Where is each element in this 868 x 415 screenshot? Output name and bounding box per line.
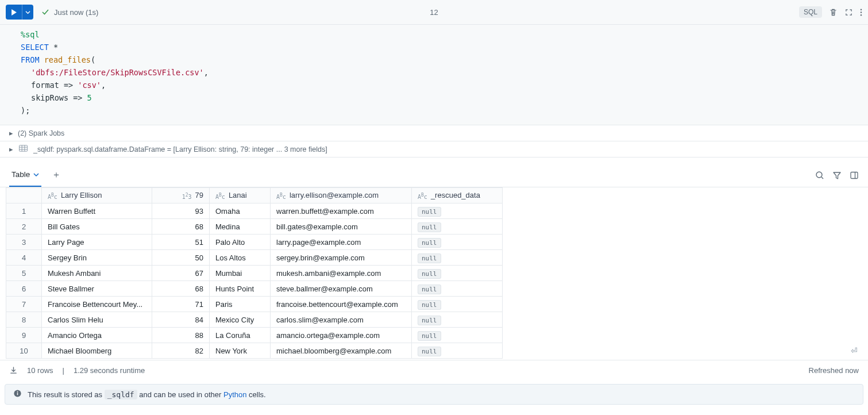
search-icon[interactable] [815, 171, 824, 180]
run-status: Just now (1s) [41, 8, 98, 17]
cell-rescued: null [412, 266, 503, 281]
code-token: ); [21, 106, 30, 115]
cell-name: Steve Ballmer [42, 281, 152, 297]
code-token: ( [91, 55, 95, 64]
row-number: 9 [6, 328, 42, 343]
refreshed-text: Refreshed now [809, 366, 859, 375]
row-number: 4 [6, 250, 42, 266]
add-tab-button[interactable]: ＋ [52, 169, 61, 181]
table-row[interactable]: 9Amancio Ortega88La Coruñaamancio.ortega… [6, 328, 503, 343]
status-text: Just now (1s) [54, 8, 98, 17]
python-link[interactable]: Python [223, 390, 246, 399]
code-token: 'csv' [78, 80, 101, 90]
cell-city: New York [210, 343, 271, 359]
cell-age: 51 [152, 235, 210, 250]
string-type-icon: ABc [48, 194, 57, 200]
sqldf-text: _sqldf: pyspark.sql.dataframe.DataFrame … [33, 145, 327, 153]
runtime-text: 1.29 seconds runtime [74, 366, 145, 375]
cell-email: sergey.brin@example.com [271, 250, 412, 266]
rownum-header[interactable] [6, 188, 42, 203]
row-number: 8 [6, 312, 42, 328]
chevron-down-icon [33, 172, 39, 178]
cell-city: Hunts Point [210, 281, 271, 297]
row-number: 5 [6, 266, 42, 281]
table-row[interactable]: 3Larry Page51Palo Altolarry.page@example… [6, 235, 503, 250]
play-icon [6, 9, 22, 16]
code-editor[interactable]: %sql SELECT * FROM read_files( 'dbfs:/Fi… [0, 25, 868, 125]
row-count: 10 rows [27, 366, 53, 375]
table-row[interactable]: 6Steve Ballmer68Hunts Pointsteve.ballmer… [6, 281, 503, 297]
check-icon [41, 8, 49, 16]
spark-jobs-text: (2) Spark Jobs [18, 129, 64, 137]
cell-rescued: null [412, 281, 503, 297]
svg-point-2 [861, 14, 862, 15]
code-token: SELECT [21, 43, 49, 52]
info-icon [13, 389, 22, 399]
table-icon [19, 145, 28, 153]
cell-city: Mexico City [210, 312, 271, 328]
info-bar: This result is stored as _sqldf and can … [5, 384, 863, 405]
cell-city: Omaha [210, 203, 271, 219]
col-header-name[interactable]: ABcLarry Ellison [42, 188, 152, 203]
cell-name: Carlos Slim Helu [42, 312, 152, 328]
code-token: , [101, 80, 106, 90]
table-row[interactable]: 2Bill Gates68Medinabill.gates@example.co… [6, 219, 503, 235]
col-header-rescued[interactable]: ABc_rescued_data [412, 188, 503, 203]
svg-point-0 [861, 9, 862, 10]
cell-email: bill.gates@example.com [271, 219, 412, 235]
filter-icon[interactable] [832, 171, 842, 180]
table-row[interactable]: 8Carlos Slim Helu84Mexico Citycarlos.sli… [6, 312, 503, 328]
table-row[interactable]: 10Michael Bloomberg82New Yorkmichael.blo… [6, 343, 503, 359]
table-row[interactable]: 1Warren Buffett93Omahawarren.buffett@exa… [6, 203, 503, 219]
cell-city: La Coruña [210, 328, 271, 343]
spark-jobs-row[interactable]: ▸ (2) Spark Jobs [0, 125, 868, 141]
table-row[interactable]: 7Francoise Bettencourt Mey...71Parisfran… [6, 297, 503, 312]
fullscreen-icon[interactable] [844, 8, 853, 17]
cell-city: Palo Alto [210, 235, 271, 250]
cell-city: Mumbai [210, 266, 271, 281]
cell-name: Michael Bloomberg [42, 343, 152, 359]
result-footer: 10 rows | 1.29 seconds runtime Refreshed… [0, 360, 868, 381]
cell-email: amancio.ortega@example.com [271, 328, 412, 343]
table-row[interactable]: 5Mukesh Ambani67Mumbaimukesh.ambani@exam… [6, 266, 503, 281]
sqldf-row[interactable]: ▸ _sqldf: pyspark.sql.dataframe.DataFram… [0, 141, 868, 157]
info-var: _sqldf [105, 390, 137, 399]
cell-toolbar: Just now (1s) 12 SQL [0, 0, 868, 25]
delete-icon[interactable] [829, 8, 838, 17]
svg-rect-7 [17, 393, 18, 395]
cell-rescued: null [412, 219, 503, 235]
col-header-city[interactable]: ABcLanai [210, 188, 271, 203]
cell-name: Mukesh Ambani [42, 266, 152, 281]
col-header-age[interactable]: 12379 [152, 188, 210, 203]
cell-rescued: null [412, 203, 503, 219]
string-type-icon: ABc [418, 194, 427, 200]
panel-icon[interactable] [850, 171, 859, 180]
download-icon[interactable] [9, 366, 18, 375]
code-token: 5 [87, 93, 92, 102]
code-token: * [53, 43, 58, 52]
cell-email: mukesh.ambani@example.com [271, 266, 412, 281]
row-number: 3 [6, 235, 42, 250]
col-header-email[interactable]: ABclarry.ellison@example.com [271, 188, 412, 203]
cell-age: 68 [152, 281, 210, 297]
code-token: FROM [21, 55, 40, 64]
table-row[interactable]: 4Sergey Brin50Los Altossergey.brin@examp… [6, 250, 503, 266]
row-number: 7 [6, 297, 42, 312]
code-token: format [31, 80, 59, 90]
cell-email: larry.page@example.com [271, 235, 412, 250]
cell-age: 68 [152, 219, 210, 235]
cell-city: Medina [210, 219, 271, 235]
language-chip[interactable]: SQL [799, 6, 822, 18]
svg-rect-3 [19, 145, 27, 151]
result-table: ABcLarry Ellison 12379 ABcLanai ABclarry… [6, 187, 503, 359]
kebab-menu-icon[interactable] [860, 8, 862, 17]
run-dropdown-button[interactable] [22, 5, 33, 20]
run-button[interactable] [6, 5, 33, 20]
cell-rescued: null [412, 235, 503, 250]
row-number: 1 [6, 203, 42, 219]
tab-table[interactable]: Table [9, 163, 41, 187]
code-token: read_files [44, 55, 91, 64]
cell-rescued: null [412, 312, 503, 328]
cell-name: Bill Gates [42, 219, 152, 235]
row-number: 6 [6, 281, 42, 297]
